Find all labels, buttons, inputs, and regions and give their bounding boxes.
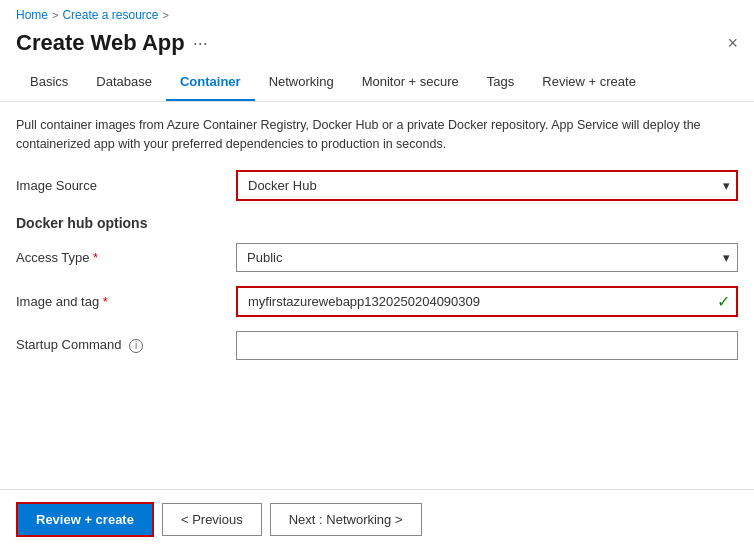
tab-monitor[interactable]: Monitor + secure (348, 64, 473, 101)
startup-info-icon[interactable]: i (129, 339, 143, 353)
image-source-control: Docker Hub ▾ (236, 170, 738, 201)
breadcrumb-create-resource[interactable]: Create a resource (62, 8, 158, 22)
access-type-row: Access Type * Public ▾ (16, 243, 738, 272)
close-button[interactable]: × (727, 33, 738, 54)
startup-command-input[interactable] (236, 331, 738, 360)
access-type-label: Access Type * (16, 250, 236, 265)
access-type-select[interactable]: Public (236, 243, 738, 272)
tab-networking[interactable]: Networking (255, 64, 348, 101)
image-tag-required: * (103, 294, 108, 309)
breadcrumb: Home > Create a resource > (0, 0, 754, 26)
tab-bar: Basics Database Container Networking Mon… (0, 64, 754, 102)
startup-command-row: Startup Command i (16, 331, 738, 360)
more-options-button[interactable]: ··· (193, 33, 208, 54)
page-title: Create Web App (16, 30, 185, 56)
image-source-select[interactable]: Docker Hub (236, 170, 738, 201)
main-content: Pull container images from Azure Contain… (0, 102, 754, 461)
breadcrumb-sep2: > (163, 9, 169, 21)
image-tag-row: Image and tag * ✓ (16, 286, 738, 317)
next-button[interactable]: Next : Networking > (270, 503, 422, 536)
access-type-control: Public ▾ (236, 243, 738, 272)
breadcrumb-home[interactable]: Home (16, 8, 48, 22)
image-source-row: Image Source Docker Hub ▾ (16, 170, 738, 201)
review-create-button[interactable]: Review + create (16, 502, 154, 537)
image-tag-control: ✓ (236, 286, 738, 317)
page-header: Create Web App ··· × (0, 26, 754, 64)
tab-container[interactable]: Container (166, 64, 255, 101)
startup-command-control (236, 331, 738, 360)
access-type-required: * (93, 250, 98, 265)
image-tag-check-icon: ✓ (717, 292, 730, 311)
tab-tags[interactable]: Tags (473, 64, 528, 101)
tab-basics[interactable]: Basics (16, 64, 82, 101)
breadcrumb-sep1: > (52, 9, 58, 21)
tab-review[interactable]: Review + create (528, 64, 650, 101)
image-tag-input[interactable] (236, 286, 738, 317)
docker-section-title: Docker hub options (16, 215, 738, 231)
image-tag-label: Image and tag * (16, 294, 236, 309)
startup-command-label: Startup Command i (16, 337, 236, 353)
previous-button[interactable]: < Previous (162, 503, 262, 536)
section-description: Pull container images from Azure Contain… (16, 116, 738, 154)
footer-bar: Review + create < Previous Next : Networ… (0, 489, 754, 549)
tab-database[interactable]: Database (82, 64, 166, 101)
image-source-label: Image Source (16, 178, 236, 193)
